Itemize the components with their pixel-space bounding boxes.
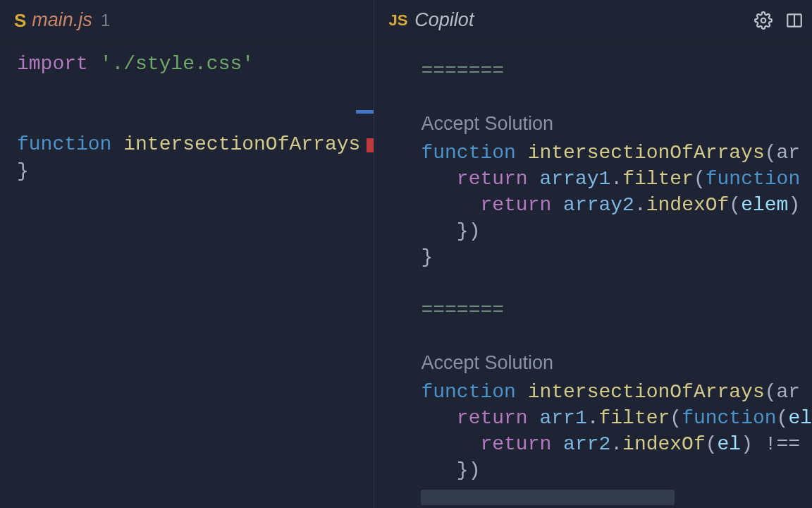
code-line: }) xyxy=(421,457,812,483)
left-tab-bar: S main.js 1 xyxy=(0,0,374,41)
minimap[interactable] xyxy=(355,0,374,508)
copilot-suggestions[interactable]: ======= Accept Solution function interse… xyxy=(374,41,812,508)
code-line xyxy=(17,78,374,104)
copilot-pane: JS Copilot ======= Accept Solution funct… xyxy=(374,0,812,508)
copilot-tab[interactable]: JS Copilot xyxy=(380,0,806,40)
solution-block: Accept Solution function intersectionOfA… xyxy=(421,111,812,270)
right-tab-bar: JS Copilot xyxy=(374,0,812,41)
code-line: return array2.indexOf(elem) xyxy=(421,192,812,218)
code-line: return arr2.indexOf(el) !== xyxy=(421,431,812,457)
js-file-icon: S xyxy=(14,11,26,30)
editor-pane: S main.js 1 import './style.css' functio… xyxy=(0,0,374,508)
tab-filename: main.js xyxy=(32,9,92,31)
horizontal-scrollbar[interactable] xyxy=(421,490,675,505)
copilot-title: Copilot xyxy=(414,9,474,31)
code-line: return arr1.filter(function(el xyxy=(421,405,812,431)
solution-separator: ======= xyxy=(421,297,812,323)
code-line: function intersectionOfArrays(ar xyxy=(421,140,812,166)
code-line: function intersectionOfArrays(ar xyxy=(421,379,812,405)
code-editor[interactable]: import './style.css' function intersecti… xyxy=(0,41,374,508)
js-file-icon: JS xyxy=(388,13,407,28)
code-line: function intersectionOfArrays xyxy=(17,131,374,158)
code-line: return array1.filter(function xyxy=(421,166,812,192)
code-line: import './style.css' xyxy=(17,51,374,78)
minimap-selection-indicator xyxy=(356,110,374,114)
solution-separator: ======= xyxy=(421,58,812,84)
file-tab-main-js[interactable]: S main.js 1 xyxy=(6,0,118,40)
accept-solution-button[interactable]: Accept Solution xyxy=(421,111,812,137)
tab-problems-badge: 1 xyxy=(101,11,110,30)
settings-icon[interactable] xyxy=(751,8,775,32)
minimap-error-indicator xyxy=(367,138,374,152)
code-line: } xyxy=(421,244,812,270)
accept-solution-button[interactable]: Accept Solution xyxy=(421,350,812,376)
code-line xyxy=(17,104,374,131)
code-line: } xyxy=(17,158,374,185)
split-editor-icon[interactable] xyxy=(782,8,806,32)
svg-point-0 xyxy=(761,18,766,23)
solution-block: Accept Solution function intersectionOfA… xyxy=(421,350,812,483)
code-line: }) xyxy=(421,218,812,244)
